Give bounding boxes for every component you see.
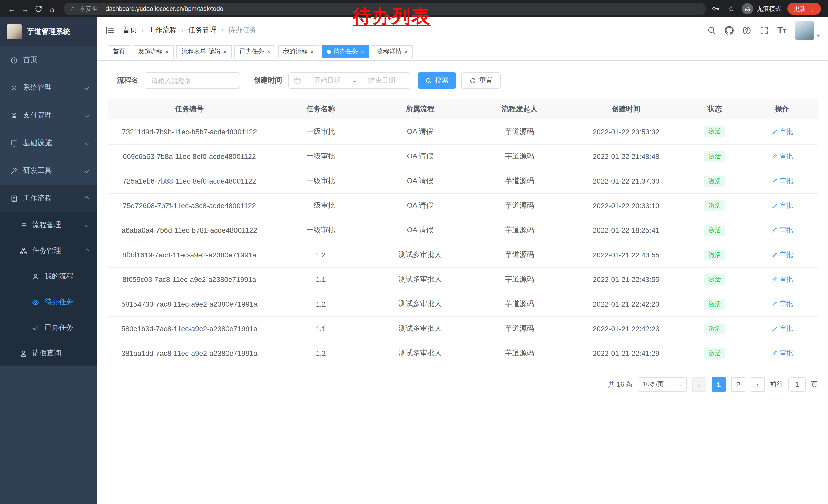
search-button[interactable]: 搜索	[418, 72, 456, 89]
close-icon[interactable]: ×	[310, 48, 314, 55]
approve-link[interactable]: 审批	[772, 250, 793, 260]
task-id-cell: 580e1b3d-7ac8-11ec-a9e2-a2380e71991a	[108, 316, 271, 341]
col-process: 所属流程	[370, 99, 470, 120]
process-cell: OA 请假	[370, 120, 470, 144]
gear-icon	[10, 84, 18, 92]
screen: ← → ⌂ ⚠ 不安全 dashboard.yudao.iocoder.cn/b…	[0, 0, 828, 504]
page-1-button[interactable]: 1	[711, 377, 726, 392]
user-avatar[interactable]: ▾	[795, 20, 820, 40]
prev-page-button[interactable]: ‹	[692, 377, 706, 392]
page-size-select[interactable]: 10条/页	[638, 377, 687, 392]
chevron-down-icon	[85, 141, 89, 145]
approve-link[interactable]: 审批	[772, 176, 793, 186]
task-name-cell: 1.2	[271, 292, 371, 316]
close-icon[interactable]: ×	[223, 48, 227, 55]
date-range-picker[interactable]: 开始日期 - 结束日期	[288, 72, 410, 89]
sidebar-item-system[interactable]: 系统管理	[0, 74, 97, 101]
bookmark-star-icon[interactable]: ☆	[727, 4, 736, 13]
process-cell: 测试多审批人	[370, 341, 470, 366]
goto-page-input[interactable]	[788, 377, 806, 392]
close-icon[interactable]: ×	[404, 48, 408, 55]
sidebar-item-leave-query[interactable]: 请假查询	[0, 340, 97, 366]
tab-start-process[interactable]: 发起流程 ×	[133, 45, 174, 58]
status-cell: 激活	[683, 267, 747, 292]
edit-icon	[772, 129, 778, 135]
breadcrumb-workflow[interactable]: 工作流程	[148, 26, 177, 35]
sidebar-item-workflow[interactable]: 工作流程	[0, 185, 97, 212]
forward-button[interactable]: →	[18, 2, 32, 15]
sidebar-item-done-task[interactable]: 已办任务	[0, 315, 97, 340]
fullscreen-icon[interactable]	[760, 26, 769, 35]
approve-link[interactable]: 审批	[772, 324, 793, 333]
key-icon[interactable]	[711, 4, 720, 13]
process-cell: 测试多审批人	[370, 267, 470, 292]
tab-form-edit[interactable]: 流程表单-编辑 ×	[176, 45, 232, 58]
breadcrumb-task-mgmt[interactable]: 任务管理	[188, 26, 217, 35]
goto-suffix: 页	[811, 380, 818, 389]
action-cell: 审批	[747, 169, 818, 193]
home-button[interactable]: ⌂	[45, 2, 58, 15]
app-logo[interactable]: 芋道管理系统	[0, 17, 97, 46]
sidebar-item-my-process[interactable]: 我的流程	[0, 264, 97, 289]
next-page-button[interactable]: ›	[750, 377, 765, 392]
incognito-icon	[742, 3, 753, 14]
reset-button[interactable]: 重置	[461, 72, 501, 89]
sidebar-toggle-icon[interactable]	[105, 26, 114, 35]
sidebar-item-payment[interactable]: 支付管理	[0, 101, 97, 129]
table-row: 73211d9d-7b9b-11ec-b5b7-acde48001122 一级审…	[108, 120, 818, 144]
sidebar-item-process-mgmt[interactable]: 流程管理	[0, 212, 97, 238]
approve-link[interactable]: 审批	[772, 127, 793, 136]
menu-dots-icon[interactable]: ⋮	[810, 5, 816, 12]
tab-my-process[interactable]: 我的流程 ×	[278, 45, 319, 58]
edit-icon	[772, 350, 778, 356]
goto-label: 前往	[770, 380, 783, 389]
page-2-button[interactable]: 2	[731, 377, 745, 392]
person-icon	[32, 273, 40, 280]
question-icon[interactable]	[743, 26, 751, 35]
update-button[interactable]: 更新 ⋮	[787, 3, 821, 15]
active-tab-dot	[327, 49, 331, 54]
status-badge: 激活	[704, 299, 726, 310]
github-icon[interactable]	[725, 26, 734, 35]
sidebar: 芋道管理系统 首页 系统管理 支付管理 基础设施	[0, 17, 97, 504]
approve-link[interactable]: 审批	[772, 349, 793, 358]
approve-link[interactable]: 审批	[772, 226, 793, 235]
table-row: 58154733-7ac8-11ec-a9e2-a2380e71991a 1.2…	[108, 292, 818, 316]
process-name-label: 流程名	[117, 76, 138, 85]
approve-link[interactable]: 审批	[772, 152, 793, 161]
tab-done-task[interactable]: 已办任务 ×	[235, 45, 276, 58]
breadcrumb-home[interactable]: 首页	[123, 26, 137, 35]
task-id-cell: 75d72608-7b7f-11ec-a3c8-acde48001122	[108, 193, 271, 218]
close-icon[interactable]: ×	[267, 48, 271, 55]
reload-button[interactable]	[32, 2, 45, 15]
sidebar-item-home[interactable]: 首页	[0, 46, 97, 74]
tab-process-detail[interactable]: 流程详情 ×	[372, 45, 413, 58]
sidebar-item-devtools[interactable]: 研发工具	[0, 157, 97, 185]
sidebar-item-infrastructure[interactable]: 基础设施	[0, 129, 97, 157]
address-bar[interactable]: ⚠ 不安全 dashboard.yudao.iocoder.cn/bpm/tas…	[64, 2, 706, 15]
font-size-icon[interactable]: TT	[778, 26, 786, 35]
create-time-cell: 2022-01-21 22:41:29	[569, 341, 683, 366]
search-icon	[425, 77, 432, 84]
close-icon[interactable]: ×	[165, 48, 169, 55]
chevron-down-icon	[679, 382, 682, 386]
chevron-down-icon	[85, 223, 89, 227]
approve-link[interactable]: 审批	[772, 300, 793, 309]
process-name-input[interactable]	[145, 72, 240, 89]
tab-home[interactable]: 首页	[108, 45, 130, 58]
create-time-cell: 2022-01-22 18:25:41	[569, 218, 683, 242]
breadcrumb-separator: /	[181, 26, 184, 34]
edit-icon	[772, 178, 778, 184]
approve-link[interactable]: 审批	[772, 275, 793, 284]
back-button[interactable]: ←	[5, 2, 18, 15]
search-icon[interactable]	[708, 26, 716, 35]
process-cell: OA 请假	[370, 169, 470, 193]
todo-table: 任务编号 任务名称 所属流程 流程发起人 创建时间 状态 操作 73211d9d…	[108, 99, 818, 366]
tab-todo-task[interactable]: 待办任务 ×	[322, 45, 369, 58]
approve-link[interactable]: 审批	[772, 201, 793, 210]
close-icon[interactable]: ×	[361, 48, 364, 55]
process-cell: 测试多审批人	[370, 292, 470, 316]
table-row: 8f059c03-7ac8-11ec-a9e2-a2380e71991a 1.1…	[108, 267, 818, 292]
sidebar-item-todo-task[interactable]: 待办任务	[0, 289, 97, 315]
sidebar-item-task-mgmt[interactable]: 任务管理	[0, 238, 97, 264]
